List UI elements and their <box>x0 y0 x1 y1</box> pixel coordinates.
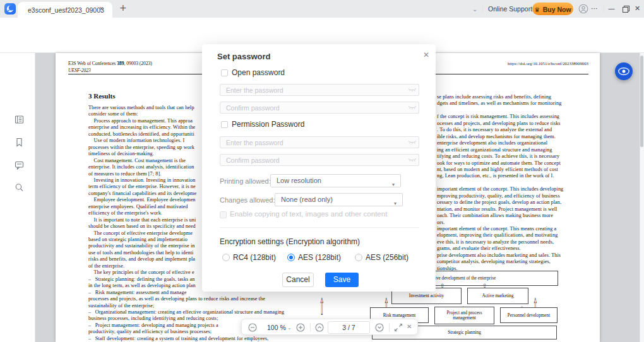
diagram-personnel-box: Personnel development <box>500 307 558 323</box>
text-line: prise development also includes marketin… <box>437 252 561 258</box>
text-line: conducted, bottlenecks identified, and o… <box>88 131 194 137</box>
text-line: company's financial capabilities and its… <box>88 191 196 196</box>
search-icon[interactable] <box>15 183 24 192</box>
bookmarks-icon[interactable] <box>15 138 24 147</box>
permission-password-checkbox[interactable] <box>221 121 228 128</box>
zoom-level-value[interactable]: 100 % <box>267 324 286 331</box>
aes-256-radio[interactable] <box>355 254 362 261</box>
select-caret-icon: ▾ <box>392 179 395 191</box>
restore-window-button[interactable] <box>622 5 630 13</box>
open-password-input[interactable] <box>220 84 419 96</box>
tab-close-icon[interactable]: ✕ <box>99 6 104 12</box>
printing-allowed-select[interactable]: Low resolution ▾ <box>270 174 401 187</box>
journal-volume: 389 <box>117 61 124 66</box>
page-number-input[interactable]: 3 / 7 <box>328 321 370 334</box>
text-line: The key principles of the concept of eff… <box>88 269 194 275</box>
text-line: efficiency of the enterprise's work. <box>88 210 162 216</box>
account-avatar-icon[interactable] <box>578 4 588 14</box>
close-bar-icon[interactable]: ✕ <box>407 323 412 330</box>
zoom-in-icon[interactable] <box>296 323 305 332</box>
scrollbar-thumb[interactable] <box>640 56 643 147</box>
text-line: Investing in innovation. Investing in in… <box>88 177 195 183</box>
comments-icon[interactable] <box>15 160 24 170</box>
diagram-project-box: Project and process management <box>434 307 494 324</box>
page-thumbnails-icon[interactable] <box>15 115 24 124</box>
text-line: ntation, and monitor results. Project ma… <box>437 206 557 212</box>
text-line: dgets and timelines, as well as mechanis… <box>437 100 561 106</box>
text-line: competitor analysis, developing marketin… <box>437 259 551 264</box>
read-mode-eye-button[interactable] <box>615 62 633 80</box>
journal-name: E3S Web of Conferences <box>68 61 117 66</box>
minimize-button[interactable]: — <box>608 4 615 13</box>
eye-closed-icon[interactable] <box>408 88 417 93</box>
text-line: se plans include assessing risks and ben… <box>437 94 551 100</box>
buy-now-button[interactable]: ♛ Buy Now <box>532 3 573 15</box>
dialog-title: Set password <box>217 52 271 61</box>
diagram-investment-label: Investment activity <box>405 293 449 298</box>
enable-copying-checkbox[interactable] <box>220 211 227 218</box>
online-support-link[interactable]: Online Support <box>488 5 532 13</box>
more-menu-icon[interactable]: ··· <box>591 4 598 13</box>
app-logo-icon <box>4 3 16 15</box>
page-navigation-bar: 100 % ⌄ 3 / 7 ✕ <box>241 319 418 335</box>
text-line: – Project management: developing and man… <box>88 322 218 328</box>
document-tab[interactable]: e3sconf_uesf2023_09003 ✕ <box>18 2 112 18</box>
open-password-confirm-input[interactable] <box>220 102 419 114</box>
text-line: ing an efficient organizational structur… <box>437 147 552 153</box>
printing-allowed-label: Printing allowed: <box>220 177 271 185</box>
permission-password-confirm-input[interactable] <box>220 154 419 166</box>
fullscreen-icon[interactable] <box>394 323 403 332</box>
close-window-button[interactable]: ✕ <box>635 4 640 13</box>
open-password-checkbox[interactable] <box>221 69 228 76</box>
changes-allowed-select[interactable]: None (read only) ▾ <box>275 193 403 206</box>
diagram-risk-label: Risk management <box>383 313 416 318</box>
text-line: ible risks, and develop mechanisms for m… <box>437 134 556 139</box>
up-arrow-icon: ⇧ <box>319 294 325 320</box>
doi-link[interactable]: https://doi.org/10.1051/e3sconf/20233890… <box>462 61 588 66</box>
text-line: in the long term, as well as developing … <box>88 283 196 288</box>
crown-icon: ♛ <box>534 6 540 13</box>
text-line: consider some of them: <box>88 111 138 117</box>
save-button[interactable]: Save <box>325 273 359 287</box>
dialog-close-icon[interactable]: ✕ <box>423 50 429 59</box>
text-line: elopment, improving their qualifications… <box>437 232 558 238</box>
printing-allowed-value: Low resolution <box>277 177 321 184</box>
diagram-marketing-box: Active marketing <box>467 288 528 304</box>
text-line: risks and benefits, and develop and impl… <box>88 256 195 262</box>
eye-closed-icon[interactable] <box>408 158 417 163</box>
text-line: It is important to note that each enterp… <box>88 217 196 223</box>
eye-closed-icon[interactable] <box>408 105 417 110</box>
tab-title: e3sconf_uesf2023_09003 <box>28 6 104 14</box>
previous-page-icon[interactable] <box>315 323 324 332</box>
text-line: ook for ways to optimize and automate th… <box>437 160 561 166</box>
title-bar: e3sconf_uesf2023_09003 ✕ + ⌄ Online Supp… <box>0 0 644 18</box>
aes-128-radio[interactable] <box>287 254 295 261</box>
aes-128-label: AES (128bit) <box>298 253 341 262</box>
text-line: nt, based on modern and highly efficient… <box>437 167 558 172</box>
text-line: processes within the enterprise, speedin… <box>88 144 194 150</box>
permission-password-input[interactable] <box>220 136 419 148</box>
text-line: . To do this, it is necessary to analyze… <box>437 127 552 133</box>
text-line: business processes, including identifyin… <box>88 315 218 321</box>
zoom-caret-icon[interactable]: ⌄ <box>287 325 292 331</box>
set-password-dialog: Set password ✕ Open password Permission … <box>202 44 436 292</box>
text-line: ocesses and projects, and developing pla… <box>437 121 561 126</box>
journal-issue: , 09003 (2023) <box>124 61 152 66</box>
changes-allowed-label: Changes allowed: <box>220 196 275 204</box>
next-page-icon[interactable] <box>375 323 384 332</box>
titlebar-chevron-down-icon[interactable]: ⌄ <box>472 6 477 13</box>
text-line: productivity and sustainability of the e… <box>88 243 194 249</box>
text-line: oach. Their combination allows making bu… <box>437 213 553 218</box>
text-line: eve this, it is necessary to analyze the… <box>437 239 554 245</box>
conference-name: UESF-2023 <box>68 68 91 73</box>
text-line: enterprise employees. Qualified and moti… <box>88 204 188 209</box>
eye-icon <box>617 66 631 77</box>
text-line: Employee development. Employee developme… <box>88 197 196 203</box>
zoom-out-icon[interactable] <box>248 323 257 332</box>
text-line: timeliness of decision-making. <box>88 151 154 156</box>
rc4-128-radio[interactable] <box>222 254 230 261</box>
new-tab-button[interactable]: + <box>119 3 127 13</box>
eye-closed-icon[interactable] <box>408 140 417 145</box>
divider <box>389 323 390 332</box>
cancel-button[interactable]: Cancel <box>282 273 314 287</box>
